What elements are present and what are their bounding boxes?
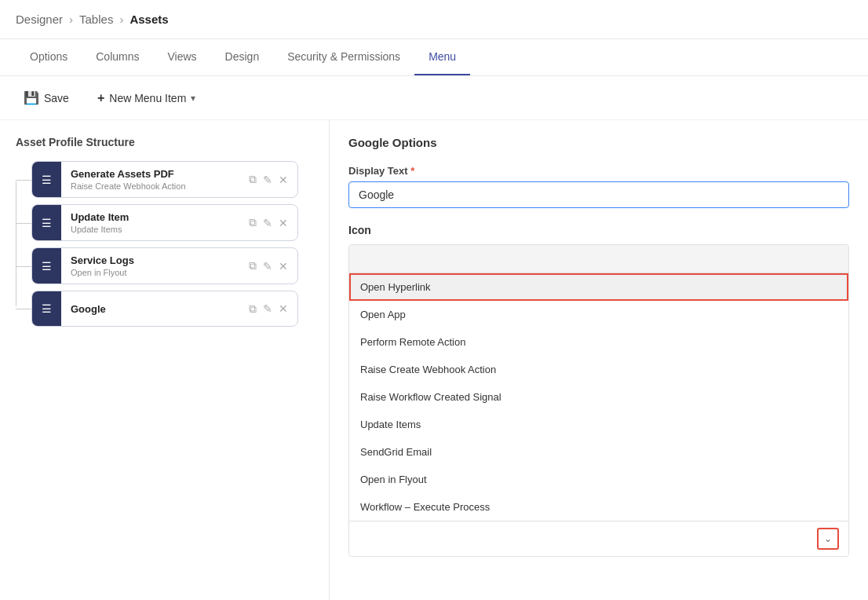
item-name: Google	[71, 303, 230, 315]
tab-menu[interactable]: Menu	[414, 39, 470, 75]
item-info: Service Logs Open in Flyout	[61, 248, 239, 284]
menu-item-service-logs: ☰ Service Logs Open in Flyout ⧉ ✎ ✕	[31, 247, 298, 284]
dropdown-search-input[interactable]	[359, 533, 817, 545]
item-info: Google	[61, 297, 239, 321]
item-sub: Update Items	[71, 225, 230, 234]
dropdown-option-raise-workflow-signal[interactable]: Raise Workflow Created Signal	[349, 383, 848, 411]
new-menu-item-label: New Menu Item	[109, 92, 186, 104]
dropdown-option-open-app[interactable]: Open App	[349, 301, 848, 328]
right-panel-title: Google Options	[348, 136, 849, 149]
dropdown-option-workflow-execute[interactable]: Workflow – Execute Process	[349, 493, 848, 521]
right-panel: Google Options Display Text * Icon Open …	[330, 120, 868, 600]
left-panel: Asset Profile Structure ☰ Generate Asset…	[0, 120, 330, 600]
tab-design[interactable]: Design	[211, 39, 274, 75]
dropdown-option-perform-remote-action[interactable]: Perform Remote Action	[349, 328, 848, 356]
menu-item-row: ☰ Update Item Update Items ⧉ ✎ ✕	[31, 204, 313, 241]
copy-icon[interactable]: ⧉	[249, 173, 257, 186]
tabs-bar: Options Columns Views Design Security & …	[0, 39, 868, 76]
item-actions: ⧉ ✎ ✕	[239, 216, 297, 229]
new-menu-item-button[interactable]: + New Menu Item ▾	[89, 86, 203, 110]
item-info: Update Item Update Items	[61, 205, 239, 240]
menu-item-google: ☰ Google ⧉ ✎ ✕	[31, 291, 298, 327]
required-marker: *	[410, 165, 414, 177]
display-text-input[interactable]	[348, 181, 849, 208]
drag-handle[interactable]: ☰	[32, 248, 61, 284]
item-sub: Open in Flyout	[71, 268, 230, 277]
main-content: Asset Profile Structure ☰ Generate Asset…	[0, 120, 868, 600]
edit-icon[interactable]: ✎	[263, 302, 272, 315]
icon-label: Icon	[348, 224, 849, 236]
delete-icon[interactable]: ✕	[279, 174, 288, 186]
delete-icon[interactable]: ✕	[279, 217, 288, 229]
drag-handle[interactable]: ☰	[32, 291, 61, 326]
breadcrumb-designer[interactable]: Designer	[16, 13, 63, 26]
tab-options[interactable]: Options	[16, 39, 82, 75]
toolbar: 💾 Save + New Menu Item ▾	[0, 76, 868, 120]
menu-item-generate-assets-pdf: ☰ Generate Assets PDF Raise Create Webho…	[31, 161, 298, 198]
dropdown-option-sendgrid-email[interactable]: SendGrid Email	[349, 438, 848, 466]
copy-icon[interactable]: ⧉	[249, 216, 257, 229]
item-name: Service Logs	[71, 254, 230, 266]
menu-item-row: ☰ Google ⧉ ✎ ✕	[31, 291, 313, 327]
copy-icon[interactable]: ⧉	[249, 259, 257, 273]
plus-icon: +	[97, 91, 104, 105]
save-icon: 💾	[24, 90, 39, 105]
tab-security[interactable]: Security & Permissions	[273, 39, 414, 75]
item-actions: ⧉ ✎ ✕	[239, 302, 297, 316]
edit-icon[interactable]: ✎	[263, 174, 272, 186]
item-sub: Raise Create Webhook Action	[71, 181, 230, 191]
display-text-field: Display Text *	[348, 165, 849, 208]
icon-dropdown[interactable]: Open Hyperlink Open App Perform Remote A…	[348, 244, 849, 557]
save-label: Save	[44, 92, 69, 104]
tab-columns[interactable]: Columns	[82, 39, 153, 75]
menu-item-row: ☰ Service Logs Open in Flyout ⧉ ✎ ✕	[31, 247, 313, 284]
edit-icon[interactable]: ✎	[263, 260, 272, 273]
menu-item-row: ☰ Generate Assets PDF Raise Create Webho…	[31, 161, 313, 198]
breadcrumb-sep-2: ›	[119, 13, 123, 26]
breadcrumb-tables[interactable]: Tables	[79, 13, 113, 26]
icon-section: Icon Open Hyperlink Open App Perform Rem…	[348, 224, 849, 557]
item-name: Update Item	[71, 211, 230, 223]
copy-icon[interactable]: ⧉	[249, 302, 257, 316]
item-name: Generate Assets PDF	[71, 168, 230, 180]
drag-handle[interactable]: ☰	[32, 205, 61, 240]
dropdown-option-raise-create-webhook[interactable]: Raise Create Webhook Action	[349, 356, 848, 383]
dropdown-option-open-in-flyout[interactable]: Open in Flyout	[349, 466, 848, 493]
chevron-down-icon: ▾	[191, 93, 195, 104]
delete-icon[interactable]: ✕	[279, 302, 288, 315]
breadcrumb-sep-1: ›	[69, 13, 73, 26]
edit-icon[interactable]: ✎	[263, 217, 272, 229]
display-text-label: Display Text *	[348, 165, 849, 177]
save-button[interactable]: 💾 Save	[16, 86, 77, 110]
item-actions: ⧉ ✎ ✕	[239, 259, 297, 273]
menu-item-update-item: ☰ Update Item Update Items ⧉ ✎ ✕	[31, 204, 298, 241]
item-info: Generate Assets PDF Raise Create Webhook…	[61, 162, 239, 197]
item-actions: ⧉ ✎ ✕	[239, 173, 297, 186]
drag-handle[interactable]: ☰	[32, 162, 61, 197]
tab-views[interactable]: Views	[154, 39, 211, 75]
breadcrumb-assets: Assets	[129, 13, 168, 26]
dropdown-footer: ⌄	[349, 521, 848, 556]
delete-icon[interactable]: ✕	[279, 260, 288, 273]
dropdown-chevron-button[interactable]: ⌄	[817, 528, 839, 550]
left-panel-title: Asset Profile Structure	[16, 136, 313, 148]
breadcrumb: Designer › Tables › Assets	[0, 0, 868, 39]
dropdown-option-open-hyperlink[interactable]: Open Hyperlink	[349, 273, 848, 301]
dropdown-option-update-items[interactable]: Update Items	[349, 411, 848, 438]
